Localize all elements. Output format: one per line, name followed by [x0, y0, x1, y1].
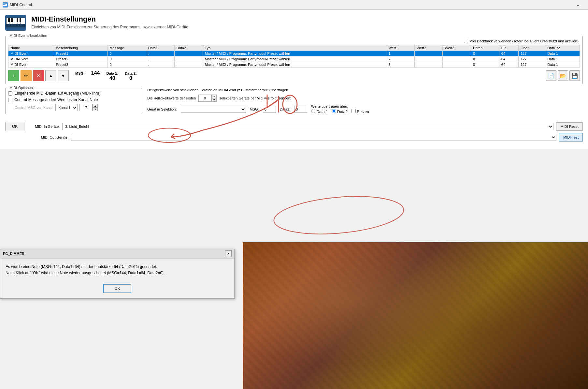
table-cell: 64: [499, 56, 518, 62]
table-cell: [414, 56, 443, 62]
dialog-content: Es wurde eine Note (MSG=144, Data1=64) m…: [0, 259, 234, 281]
table-cell: [414, 51, 443, 56]
minimize-button[interactable]: –: [570, 0, 585, 10]
helligkeits-first-row: Die Helligkeitswerte der ersten ▲ ▼ sele…: [147, 95, 583, 102]
move-down-button[interactable]: ▼: [58, 70, 69, 81]
midi-reset-button[interactable]: MIDI-Reset: [556, 122, 583, 131]
data2-radio-label[interactable]: Data2: [332, 109, 348, 114]
svg-rect-11: [21, 18, 25, 24]
table-cell: 0: [471, 62, 499, 67]
new-file-button[interactable]: 📄: [546, 70, 556, 81]
msg-value: 144: [91, 70, 100, 76]
kanal-select[interactable]: Kanal 1 Kanal 2 Kanal 3: [55, 104, 78, 111]
save-file-button[interactable]: 💾: [569, 70, 580, 81]
data2-radio[interactable]: [332, 109, 336, 113]
first-spin-down[interactable]: ▼: [211, 98, 217, 102]
geraet-label: Gerät in Selektion:: [147, 107, 177, 111]
kanal-label: Control-MSG von Kanal:: [15, 106, 53, 110]
first-spin-buttons: ▲ ▼: [211, 95, 217, 102]
table-row[interactable]: MIDI-EventPreset10..Master / MIDI / Prog…: [8, 51, 580, 56]
dialog-overlay: PC_DIMMER × Es wurde eine Note (MSG=144,…: [0, 242, 241, 389]
header-section: MIDI-Einstellungen Einrichten von MIDI-F…: [5, 15, 583, 31]
first-spin: ▲ ▼: [198, 95, 217, 102]
table-cell: Data 1: [545, 56, 580, 62]
data1-radio[interactable]: [311, 109, 315, 113]
table-cell: .: [174, 56, 203, 62]
col-ein: Ein: [499, 45, 518, 51]
header-text: MIDI-Einstellungen Einrichten von MIDI-F…: [31, 15, 188, 29]
msg-value-h[interactable]: [263, 106, 276, 113]
table-cell: .: [146, 51, 174, 56]
data2-display: Data 2: 0: [125, 71, 137, 81]
table-cell: Master / MIDI / Programm: Partymodul-Pre…: [203, 51, 386, 56]
table-cell: 1: [386, 51, 415, 56]
table-cell: Preset2: [54, 56, 108, 62]
add-event-button[interactable]: +: [8, 70, 19, 81]
control-msg-checkbox-row: Control-Message ändert Wert letzter Kana…: [8, 97, 139, 102]
thru-label: Eingehende MIDI-Daten auf Ausgang (MIDI-…: [14, 91, 100, 96]
col-message: Message: [108, 45, 146, 51]
spin-down-button[interactable]: ▼: [93, 108, 98, 111]
first-value-input[interactable]: [198, 95, 211, 102]
table-header-row: Name Beschreibung Message Data1 Data2 Ty…: [8, 45, 580, 51]
midi-in-device-row: MIDI-In Geräte: 3: Licht_Befehl MIDI-Res…: [27, 122, 583, 131]
kanal-num-input[interactable]: [79, 104, 93, 111]
setzen-checkbox-label[interactable]: Setzen: [351, 109, 369, 114]
setzen-checkbox[interactable]: [351, 109, 356, 113]
svg-rect-12: [8, 18, 10, 22]
table-cell: Preset1: [54, 51, 108, 56]
svg-rect-14: [17, 18, 18, 22]
dialog-title: PC_DIMMER: [3, 252, 24, 256]
page-subtitle: Einrichten von MIDI-Funktionen zur Steue…: [31, 25, 188, 29]
open-file-button[interactable]: 📂: [558, 70, 568, 81]
dialog-ok-button[interactable]: OK: [103, 284, 131, 293]
dialog-close-button[interactable]: ×: [225, 250, 232, 257]
spin-up-button[interactable]: ▲: [93, 104, 98, 108]
events-group-title: MIDI-Events bearbeiten: [8, 34, 49, 37]
dialog-message-line1: Es wurde eine Note (MSG=144, Data1=64) m…: [6, 264, 229, 270]
data2-value: 0: [129, 75, 132, 81]
midi-in-label: MIDI-In Geräte:: [27, 125, 60, 128]
midi-backtrack-label[interactable]: Midi Backtrack verwenden (sofern bei Eve…: [464, 39, 579, 43]
midi-test-button[interactable]: MIDI-Test: [559, 133, 583, 142]
table-cell: Data 1: [545, 62, 580, 67]
table-cell: Master / MIDI / Programm: Partymodul-Pre…: [203, 56, 386, 62]
thru-checkbox[interactable]: [8, 91, 12, 96]
first-spin-up[interactable]: ▲: [211, 95, 217, 98]
dialog-titlebar: PC_DIMMER ×: [0, 249, 234, 259]
midi-in-row: OK MIDI-In Geräte: 3: Licht_Befehl MIDI-…: [5, 122, 583, 133]
table-cell: [443, 56, 471, 62]
control-msg-checkbox[interactable]: [8, 98, 12, 102]
table-cell: 3: [386, 62, 415, 67]
table-cell: .: [146, 62, 174, 67]
table-cell: [443, 51, 471, 56]
edit-event-button[interactable]: ✏: [21, 70, 32, 81]
col-data2: Data2: [174, 45, 203, 51]
midi-in-select[interactable]: 3: Licht_Befehl: [62, 123, 553, 130]
move-up-button[interactable]: ▲: [45, 70, 56, 81]
table-cell: 2: [386, 56, 415, 62]
events-table: Name Beschreibung Message Data1 Data2 Ty…: [8, 45, 580, 67]
svg-point-18: [272, 192, 405, 239]
midi-out-device-row: MIDI-Out Geräte: MIDI-Test: [36, 133, 583, 142]
midi-backtrack-checkbox[interactable]: [464, 39, 468, 43]
ok-button[interactable]: OK: [5, 122, 24, 131]
data1-value-h[interactable]: [294, 106, 307, 113]
main-window: MIDI-Einstellungen Einrichten von MIDI-F…: [0, 10, 588, 149]
svg-rect-4: [6, 4, 7, 5]
data1-radio-label[interactable]: Data 1: [311, 109, 328, 114]
dialog-message-line2: Nach Klick auf "OK" wird diese Note wied…: [6, 270, 229, 276]
table-row[interactable]: MIDI-EventPreset30..Master / MIDI / Prog…: [8, 62, 580, 67]
dialog-ok-row: OK: [0, 281, 234, 298]
table-cell: 0: [108, 56, 146, 62]
delete-event-button[interactable]: ✕: [33, 70, 44, 81]
table-cell: 127: [519, 51, 545, 56]
titlebar: MIDI-Control –: [0, 0, 588, 10]
events-group: MIDI-Events bearbeiten Midi Backtrack ve…: [5, 36, 583, 84]
bottom-section: MIDI-Optionen Eingehende MIDI-Daten auf …: [5, 88, 583, 118]
col-wert3: Wert3: [443, 45, 471, 51]
geraet-select[interactable]: [181, 106, 246, 113]
table-row[interactable]: MIDI-EventPreset20..Master / MIDI / Prog…: [8, 56, 580, 62]
midi-out-select[interactable]: [71, 134, 556, 141]
svg-rect-1: [3, 4, 4, 5]
